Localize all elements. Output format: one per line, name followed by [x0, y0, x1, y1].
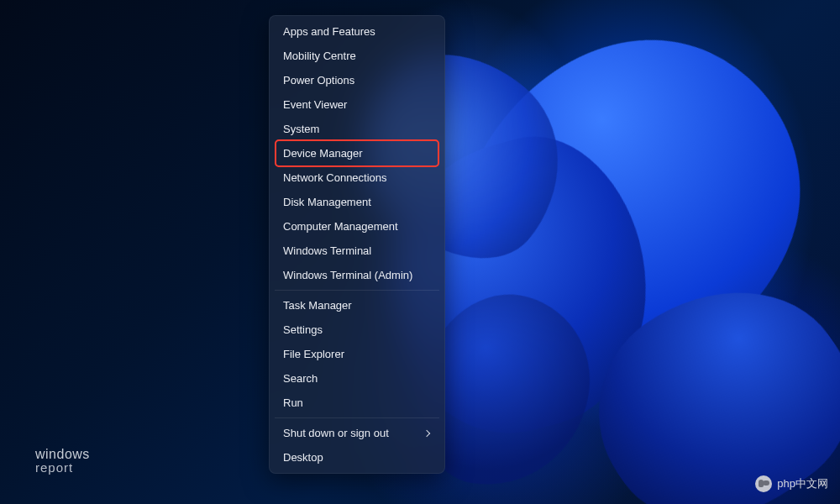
menu-item-label: Run — [283, 396, 303, 409]
menu-item-windows-terminal-admin[interactable]: Windows Terminal (Admin) — [273, 263, 441, 287]
menu-item-disk-management[interactable]: Disk Management — [273, 190, 441, 214]
menu-item-run[interactable]: Run — [273, 391, 441, 415]
menu-item-file-explorer[interactable]: File Explorer — [273, 342, 441, 366]
menu-item-label: File Explorer — [283, 348, 344, 360]
menu-item-label: Windows Terminal — [283, 244, 371, 257]
menu-item-label: Computer Management — [283, 220, 398, 233]
menu-item-apps-features[interactable]: Apps and Features — [273, 19, 441, 44]
menu-item-event-viewer[interactable]: Event Viewer — [273, 92, 441, 117]
elephant-icon — [755, 475, 772, 492]
menu-item-label: System — [283, 123, 319, 135]
menu-separator — [275, 290, 439, 291]
winx-context-menu[interactable]: Apps and FeaturesMobility CentrePower Op… — [269, 15, 445, 474]
menu-item-settings[interactable]: Settings — [273, 318, 441, 342]
desktop-wallpaper: Apps and FeaturesMobility CentrePower Op… — [0, 0, 840, 504]
menu-item-device-manager[interactable]: Device Manager — [273, 141, 441, 165]
menu-item-power-options[interactable]: Power Options — [273, 68, 441, 92]
watermark-windows-report: windows report — [35, 448, 90, 474]
menu-item-task-manager[interactable]: Task Manager — [273, 293, 441, 318]
menu-item-label: Search — [283, 372, 318, 385]
menu-item-windows-terminal[interactable]: Windows Terminal — [273, 239, 441, 263]
chevron-right-icon — [423, 429, 430, 436]
watermark-line1: windows — [35, 448, 90, 461]
menu-item-label: Device Manager — [283, 147, 363, 160]
menu-item-label: Event Viewer — [283, 98, 347, 111]
menu-item-computer-management[interactable]: Computer Management — [273, 214, 441, 239]
menu-item-label: Settings — [283, 323, 323, 336]
menu-item-label: Apps and Features — [283, 25, 375, 38]
menu-separator — [275, 417, 439, 418]
watermark-line2: report — [35, 461, 90, 474]
menu-item-label: Desktop — [283, 451, 323, 464]
menu-item-label: Task Manager — [283, 299, 352, 312]
watermark-php-cn: php中文网 — [755, 475, 828, 492]
menu-item-label: Network Connections — [283, 171, 387, 184]
menu-item-label: Windows Terminal (Admin) — [283, 269, 412, 281]
menu-item-label: Shut down or sign out — [283, 427, 389, 439]
menu-item-system[interactable]: System — [273, 117, 441, 141]
menu-item-label: Mobility Centre — [283, 50, 356, 62]
menu-item-label: Disk Management — [283, 196, 371, 208]
watermark-right-text: php中文网 — [777, 476, 828, 491]
menu-item-desktop[interactable]: Desktop — [273, 445, 441, 470]
menu-item-shutdown-signout[interactable]: Shut down or sign out — [273, 421, 441, 445]
menu-item-mobility-centre[interactable]: Mobility Centre — [273, 44, 441, 68]
menu-item-search[interactable]: Search — [273, 366, 441, 391]
menu-item-label: Power Options — [283, 74, 354, 87]
menu-item-network-connections[interactable]: Network Connections — [273, 165, 441, 190]
